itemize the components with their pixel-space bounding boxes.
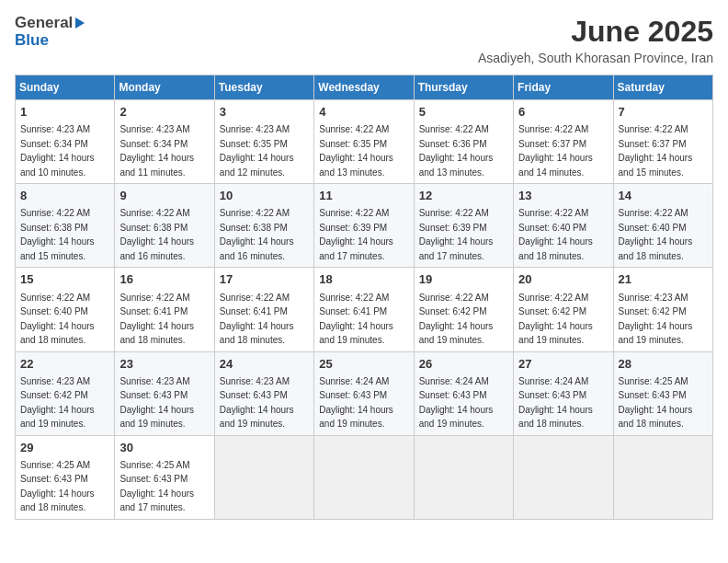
calendar-cell: 16Sunrise: 4:22 AMSunset: 6:41 PMDayligh…	[115, 268, 214, 351]
calendar-cell: 19Sunrise: 4:22 AMSunset: 6:42 PMDayligh…	[414, 268, 513, 351]
calendar-cell: 26Sunrise: 4:24 AMSunset: 6:43 PMDayligh…	[414, 351, 513, 435]
day-number: 29	[20, 440, 109, 456]
day-info: Sunrise: 4:22 AMSunset: 6:37 PMDaylight:…	[518, 124, 593, 178]
calendar-cell: 13Sunrise: 4:22 AMSunset: 6:40 PMDayligh…	[514, 184, 613, 268]
calendar-cell: 24Sunrise: 4:23 AMSunset: 6:43 PMDayligh…	[214, 351, 313, 435]
calendar-cell: 7Sunrise: 4:22 AMSunset: 6:37 PMDaylight…	[613, 100, 712, 184]
calendar-cell	[613, 435, 712, 519]
calendar-day-header: Monday	[115, 75, 214, 100]
calendar-cell: 4Sunrise: 4:22 AMSunset: 6:35 PMDaylight…	[314, 100, 414, 184]
day-info: Sunrise: 4:23 AMSunset: 6:43 PMDaylight:…	[220, 376, 294, 430]
calendar-day-header: Tuesday	[214, 75, 313, 100]
day-info: Sunrise: 4:23 AMSunset: 6:43 PMDaylight:…	[119, 376, 194, 430]
calendar-body: 1Sunrise: 4:23 AMSunset: 6:34 PMDaylight…	[16, 100, 713, 520]
day-number: 8	[20, 188, 109, 204]
day-number: 5	[419, 104, 508, 121]
day-number: 14	[619, 188, 708, 204]
calendar-cell	[414, 435, 513, 519]
calendar-cell: 15Sunrise: 4:22 AMSunset: 6:40 PMDayligh…	[16, 268, 115, 351]
calendar-cell	[214, 435, 313, 519]
logo-blue: Blue	[15, 32, 85, 50]
calendar-cell: 25Sunrise: 4:24 AMSunset: 6:43 PMDayligh…	[314, 351, 414, 435]
day-number: 23	[119, 356, 209, 373]
logo: General Blue	[15, 15, 85, 49]
calendar-cell: 18Sunrise: 4:22 AMSunset: 6:41 PMDayligh…	[314, 268, 414, 351]
day-number: 15	[20, 271, 109, 288]
day-info: Sunrise: 4:22 AMSunset: 6:35 PMDaylight:…	[319, 124, 393, 178]
calendar-cell: 11Sunrise: 4:22 AMSunset: 6:39 PMDayligh…	[314, 184, 414, 268]
month-title: June 2025	[478, 15, 713, 49]
calendar-header-row: SundayMondayTuesdayWednesdayThursdayFrid…	[16, 75, 713, 100]
day-info: Sunrise: 4:25 AMSunset: 6:43 PMDaylight:…	[619, 376, 693, 430]
day-number: 28	[619, 356, 708, 373]
calendar-cell: 3Sunrise: 4:23 AMSunset: 6:35 PMDaylight…	[214, 100, 313, 184]
day-info: Sunrise: 4:22 AMSunset: 6:40 PMDaylight:…	[518, 208, 593, 261]
day-number: 13	[518, 188, 608, 204]
day-info: Sunrise: 4:22 AMSunset: 6:42 PMDaylight:…	[419, 293, 494, 346]
day-info: Sunrise: 4:22 AMSunset: 6:38 PMDaylight:…	[119, 208, 194, 261]
calendar-day-header: Thursday	[414, 75, 513, 100]
day-number: 18	[319, 271, 408, 288]
day-info: Sunrise: 4:25 AMSunset: 6:43 PMDaylight:…	[119, 460, 194, 513]
calendar-cell: 20Sunrise: 4:22 AMSunset: 6:42 PMDayligh…	[514, 268, 613, 351]
page-header: General Blue June 2025 Asadiyeh, South K…	[15, 15, 713, 65]
calendar-week-row: 8Sunrise: 4:22 AMSunset: 6:38 PMDaylight…	[16, 184, 713, 268]
calendar-day-header: Wednesday	[314, 75, 414, 100]
calendar-cell: 28Sunrise: 4:25 AMSunset: 6:43 PMDayligh…	[613, 351, 712, 435]
day-info: Sunrise: 4:22 AMSunset: 6:39 PMDaylight:…	[419, 208, 494, 261]
calendar-day-header: Friday	[514, 75, 613, 100]
day-number: 20	[518, 271, 608, 288]
day-number: 24	[220, 356, 309, 373]
day-number: 3	[220, 104, 309, 121]
calendar-cell: 1Sunrise: 4:23 AMSunset: 6:34 PMDaylight…	[16, 100, 115, 184]
day-info: Sunrise: 4:22 AMSunset: 6:37 PMDaylight:…	[619, 124, 693, 178]
day-info: Sunrise: 4:22 AMSunset: 6:38 PMDaylight:…	[20, 208, 95, 261]
day-info: Sunrise: 4:23 AMSunset: 6:42 PMDaylight:…	[20, 376, 95, 430]
calendar-cell: 5Sunrise: 4:22 AMSunset: 6:36 PMDaylight…	[414, 100, 513, 184]
calendar-table: SundayMondayTuesdayWednesdayThursdayFrid…	[15, 75, 713, 520]
day-number: 19	[419, 271, 508, 288]
calendar-cell: 22Sunrise: 4:23 AMSunset: 6:42 PMDayligh…	[16, 351, 115, 435]
calendar-week-row: 1Sunrise: 4:23 AMSunset: 6:34 PMDaylight…	[16, 100, 713, 184]
calendar-cell: 21Sunrise: 4:23 AMSunset: 6:42 PMDayligh…	[613, 268, 712, 351]
day-info: Sunrise: 4:22 AMSunset: 6:39 PMDaylight:…	[319, 208, 393, 261]
title-area: June 2025 Asadiyeh, South Khorasan Provi…	[478, 15, 713, 65]
calendar-cell: 9Sunrise: 4:22 AMSunset: 6:38 PMDaylight…	[115, 184, 214, 268]
day-info: Sunrise: 4:22 AMSunset: 6:38 PMDaylight:…	[220, 208, 294, 261]
calendar-cell	[514, 435, 613, 519]
calendar-day-header: Saturday	[613, 75, 712, 100]
day-info: Sunrise: 4:22 AMSunset: 6:41 PMDaylight:…	[220, 293, 294, 346]
calendar-cell: 27Sunrise: 4:24 AMSunset: 6:43 PMDayligh…	[514, 351, 613, 435]
day-number: 4	[319, 104, 408, 121]
day-info: Sunrise: 4:24 AMSunset: 6:43 PMDaylight:…	[419, 376, 494, 430]
calendar-cell: 8Sunrise: 4:22 AMSunset: 6:38 PMDaylight…	[16, 184, 115, 268]
day-number: 10	[220, 188, 309, 204]
day-info: Sunrise: 4:22 AMSunset: 6:41 PMDaylight:…	[119, 293, 194, 346]
day-info: Sunrise: 4:22 AMSunset: 6:40 PMDaylight:…	[619, 208, 693, 261]
calendar-cell	[314, 435, 414, 519]
calendar-cell: 14Sunrise: 4:22 AMSunset: 6:40 PMDayligh…	[613, 184, 712, 268]
day-info: Sunrise: 4:23 AMSunset: 6:35 PMDaylight:…	[220, 124, 294, 178]
calendar-cell: 30Sunrise: 4:25 AMSunset: 6:43 PMDayligh…	[115, 435, 214, 519]
calendar-cell: 29Sunrise: 4:25 AMSunset: 6:43 PMDayligh…	[16, 435, 115, 519]
location-title: Asadiyeh, South Khorasan Province, Iran	[478, 51, 713, 65]
day-info: Sunrise: 4:23 AMSunset: 6:34 PMDaylight:…	[119, 124, 194, 178]
day-info: Sunrise: 4:24 AMSunset: 6:43 PMDaylight:…	[518, 376, 593, 430]
day-number: 30	[119, 440, 209, 456]
calendar-cell: 17Sunrise: 4:22 AMSunset: 6:41 PMDayligh…	[214, 268, 313, 351]
logo-arrow-icon	[75, 17, 85, 29]
logo-general: General	[15, 15, 73, 32]
calendar-week-row: 15Sunrise: 4:22 AMSunset: 6:40 PMDayligh…	[16, 268, 713, 351]
day-info: Sunrise: 4:22 AMSunset: 6:36 PMDaylight:…	[419, 124, 494, 178]
day-number: 1	[20, 104, 109, 121]
day-info: Sunrise: 4:22 AMSunset: 6:41 PMDaylight:…	[319, 293, 393, 346]
day-number: 21	[619, 271, 708, 288]
day-number: 16	[119, 271, 209, 288]
day-number: 12	[419, 188, 508, 204]
calendar-cell: 12Sunrise: 4:22 AMSunset: 6:39 PMDayligh…	[414, 184, 513, 268]
day-info: Sunrise: 4:25 AMSunset: 6:43 PMDaylight:…	[20, 460, 95, 513]
day-number: 26	[419, 356, 508, 373]
day-info: Sunrise: 4:23 AMSunset: 6:34 PMDaylight:…	[20, 124, 95, 178]
calendar-cell: 6Sunrise: 4:22 AMSunset: 6:37 PMDaylight…	[514, 100, 613, 184]
day-info: Sunrise: 4:23 AMSunset: 6:42 PMDaylight:…	[619, 293, 693, 346]
